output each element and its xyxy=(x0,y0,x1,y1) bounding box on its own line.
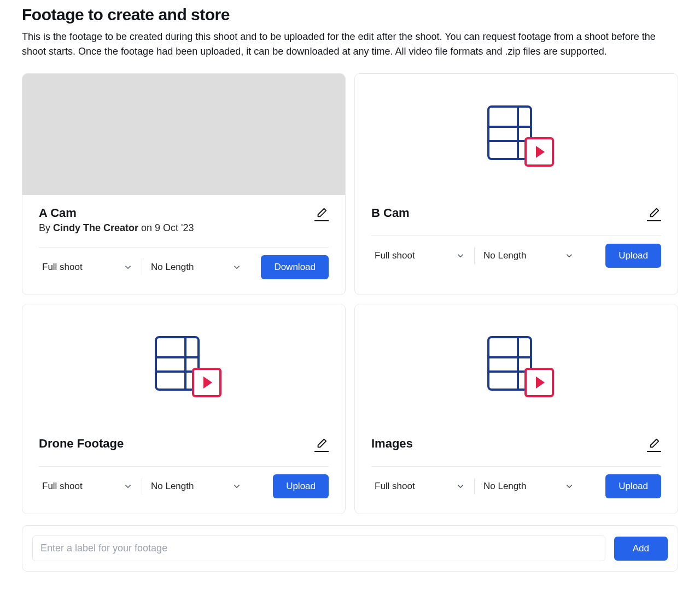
footage-card: A Cam By Cindy The Creator on 9 Oct '23 xyxy=(22,73,346,295)
length-select[interactable]: No Length xyxy=(148,476,245,496)
type-select[interactable]: Full shoot xyxy=(39,476,136,496)
type-select[interactable]: Full shoot xyxy=(371,246,469,266)
footage-card: Images Full shoot No Length xyxy=(354,304,678,514)
chevron-down-icon xyxy=(232,481,242,491)
add-button[interactable]: Add xyxy=(614,537,668,561)
film-play-icon xyxy=(155,336,213,394)
type-select[interactable]: Full shoot xyxy=(371,476,469,496)
chevron-down-icon xyxy=(564,481,574,491)
chevron-down-icon xyxy=(123,262,133,272)
footage-thumbnail-placeholder xyxy=(355,74,678,195)
footage-label-input[interactable] xyxy=(32,536,605,561)
upload-button[interactable]: Upload xyxy=(605,474,661,498)
footage-card: B Cam Full shoot No Length xyxy=(354,73,678,295)
chevron-down-icon xyxy=(456,481,465,491)
type-select[interactable]: Full shoot xyxy=(39,257,136,277)
footage-byline: By Cindy The Creator on 9 Oct '23 xyxy=(39,222,194,234)
edit-button[interactable] xyxy=(314,206,329,221)
pencil-icon xyxy=(648,438,660,450)
edit-button[interactable] xyxy=(314,437,329,452)
pencil-icon xyxy=(316,438,328,450)
footage-title: A Cam xyxy=(39,206,194,220)
page-title: Footage to create and store xyxy=(22,5,678,24)
chevron-down-icon xyxy=(456,251,465,261)
chevron-down-icon xyxy=(564,251,574,261)
edit-button[interactable] xyxy=(647,437,661,452)
page-description: This is the footage to be created during… xyxy=(22,30,678,59)
length-select[interactable]: No Length xyxy=(148,257,245,277)
footage-card: Drone Footage Full shoot No L xyxy=(22,304,346,514)
length-select[interactable]: No Length xyxy=(480,246,578,266)
download-button[interactable]: Download xyxy=(261,255,329,279)
footage-title: B Cam xyxy=(371,206,410,220)
pencil-icon xyxy=(316,207,328,219)
upload-button[interactable]: Upload xyxy=(605,244,661,268)
add-footage-form: Add xyxy=(22,525,678,572)
footage-thumbnail-placeholder xyxy=(355,304,678,426)
chevron-down-icon xyxy=(232,262,242,272)
length-select[interactable]: No Length xyxy=(480,476,578,496)
upload-button[interactable]: Upload xyxy=(273,474,329,498)
footage-title: Drone Footage xyxy=(39,437,124,451)
film-play-icon xyxy=(487,105,545,163)
film-play-icon xyxy=(487,336,545,394)
chevron-down-icon xyxy=(123,481,133,491)
footage-thumbnail[interactable] xyxy=(22,74,345,195)
edit-button[interactable] xyxy=(647,206,661,221)
footage-grid: A Cam By Cindy The Creator on 9 Oct '23 xyxy=(22,73,678,514)
footage-thumbnail-placeholder xyxy=(22,304,345,426)
pencil-icon xyxy=(648,207,660,219)
footage-title: Images xyxy=(371,437,413,451)
